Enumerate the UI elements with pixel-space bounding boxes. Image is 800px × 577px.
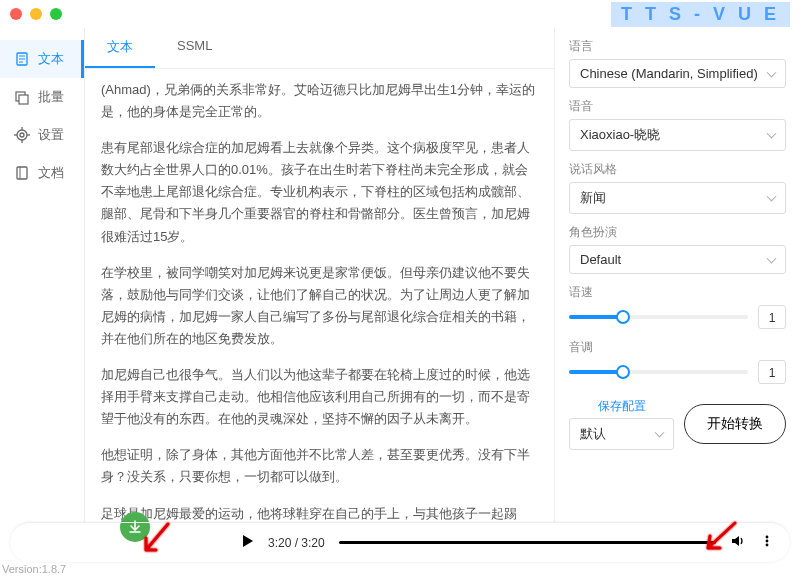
speed-label: 语速 [569,284,786,301]
save-config-label: 保存配置 [569,398,674,415]
svg-point-6 [17,130,27,140]
svg-point-14 [766,536,769,539]
svg-point-7 [20,133,24,137]
role-select[interactable]: Default [569,245,786,274]
save-config-select[interactable]: 默认 [569,418,674,450]
speed-value[interactable]: 1 [758,305,786,329]
start-convert-button[interactable]: 开始转换 [684,404,786,444]
play-button[interactable] [240,534,254,551]
paragraph: 患有尾部退化综合症的加尼姆看上去就像个异类。这个病极度罕见，患者人数大约占全世界… [101,137,538,247]
paragraph: 在学校里，被同学嘲笑对加尼姆来说更是家常便饭。但母亲仍建议他不要失落，鼓励他与同… [101,262,538,350]
more-icon[interactable] [760,534,774,551]
tab-text[interactable]: 文本 [85,28,155,68]
svg-rect-5 [19,95,28,104]
style-select[interactable]: 新闻 [569,182,786,214]
volume-icon[interactable] [730,533,746,552]
svg-point-16 [766,544,769,547]
role-label: 角色扮演 [569,224,786,241]
paragraph: 足球是加尼姆最爱的运动，他将球鞋穿在自己的手上，与其他孩子一起踢球。潜水、滑板、… [101,503,538,523]
stack-icon [14,89,30,105]
style-label: 说话风格 [569,161,786,178]
maximize-window[interactable] [50,8,62,20]
close-window[interactable] [10,8,22,20]
pitch-label: 音调 [569,339,786,356]
pitch-slider[interactable] [569,370,748,374]
sidebar-item-label: 文本 [38,50,64,68]
sidebar-item-settings[interactable]: 设置 [0,116,84,154]
version-text: Version:1.8.7 [2,563,66,575]
language-label: 语言 [569,38,786,55]
text-editor[interactable]: (Ahmad)，兄弟俩的关系非常好。艾哈迈德只比加尼姆早出生1分钟，幸运的是，他… [85,69,554,522]
sidebar-item-label: 设置 [38,126,64,144]
sidebar-item-text[interactable]: 文本 [0,40,84,78]
speed-slider[interactable] [569,315,748,319]
svg-point-15 [766,540,769,543]
language-select[interactable]: Chinese (Mandarin, Simplified) [569,59,786,88]
gear-icon [14,127,30,143]
player-progress[interactable] [339,541,716,544]
sidebar-item-label: 批量 [38,88,64,106]
paragraph: 加尼姆自己也很争气。当人们以为他这辈子都要在轮椅上度过的时候，他选择用手臂来支撑… [101,364,538,430]
paragraph: 他想证明，除了身体，其他方面他并不比常人差，甚至要更优秀。没有下半身？没关系，只… [101,444,538,488]
paragraph: (Ahmad)，兄弟俩的关系非常好。艾哈迈德只比加尼姆早出生1分钟，幸运的是，他… [101,79,538,123]
svg-rect-12 [17,167,27,179]
document-icon [14,51,30,67]
sidebar-item-docs[interactable]: 文档 [0,154,84,192]
pitch-value[interactable]: 1 [758,360,786,384]
tab-ssml[interactable]: SSML [155,28,234,68]
minimize-window[interactable] [30,8,42,20]
player-time: 3:20 / 3:20 [268,536,325,550]
voice-select[interactable]: Xiaoxiao-晓晓 [569,119,786,151]
app-watermark: T T S - V U E [611,2,790,27]
sidebar-item-batch[interactable]: 批量 [0,78,84,116]
book-icon [14,165,30,181]
sidebar-item-label: 文档 [38,164,64,182]
voice-label: 语音 [569,98,786,115]
